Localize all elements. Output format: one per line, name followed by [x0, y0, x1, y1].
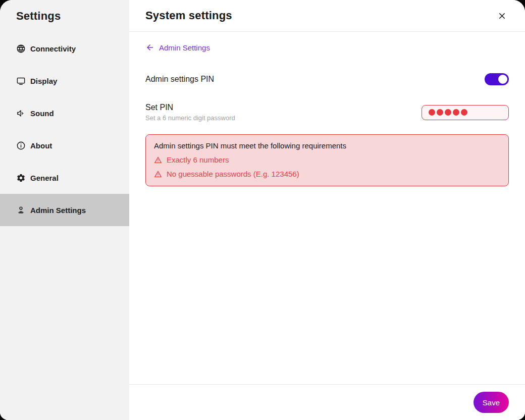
- pin-digit-dot: [453, 109, 459, 116]
- save-button[interactable]: Save: [474, 392, 509, 413]
- pin-digit-dot: [429, 109, 435, 116]
- pin-error-item: No guessable passwords (E.g. 123456): [154, 170, 500, 178]
- sidebar-item-connectivity[interactable]: Connectivity: [0, 32, 129, 65]
- set-pin-text: Set PIN Set a 6 numeric digit password: [145, 103, 235, 122]
- dialog-header: System settings: [129, 0, 525, 32]
- dialog-footer: Save: [129, 384, 525, 420]
- content-area: Admin Settings Admin settings PIN Set PI…: [129, 32, 525, 384]
- set-pin-label: Set PIN: [145, 103, 235, 112]
- pin-digit-dot: [437, 109, 443, 116]
- set-pin-row: Set PIN Set a 6 numeric digit password: [145, 103, 509, 122]
- set-pin-description: Set a 6 numeric digit password: [145, 114, 235, 122]
- pin-error-item-label: No guessable passwords (E.g. 123456): [167, 170, 299, 178]
- sound-icon: [16, 109, 26, 118]
- sidebar-item-about[interactable]: About: [0, 129, 129, 162]
- close-button[interactable]: [495, 9, 509, 23]
- pin-digit-dot: [445, 109, 451, 116]
- toggle-knob: [498, 75, 507, 84]
- pin-error-box: Admin settings PIN must meet the followi…: [145, 134, 509, 186]
- info-icon: [16, 141, 26, 150]
- pin-input[interactable]: [422, 105, 509, 120]
- back-arrow-icon: [145, 43, 154, 52]
- sidebar-item-label: Display: [30, 77, 57, 85]
- admin-pin-label: Admin settings PIN: [145, 75, 214, 84]
- display-icon: [16, 76, 26, 86]
- page-title: System settings: [145, 9, 232, 22]
- sidebar-item-display[interactable]: Display: [0, 65, 129, 97]
- pin-error-item-label: Exactly 6 numbers: [167, 155, 229, 164]
- sidebar-title: Settings: [0, 0, 129, 32]
- globe-icon: [16, 44, 26, 54]
- warning-icon: [154, 170, 162, 178]
- admin-pin-row: Admin settings PIN: [145, 72, 509, 86]
- sidebar-item-sound[interactable]: Sound: [0, 97, 129, 129]
- sidebar-item-label: About: [30, 141, 52, 150]
- admin-pin-toggle[interactable]: [485, 73, 509, 85]
- pin-error-title: Admin settings PIN must meet the followi…: [154, 141, 500, 150]
- main-panel: System settings Admin Settings Admin set…: [129, 0, 525, 420]
- sidebar-item-label: Sound: [30, 109, 54, 118]
- sidebar-item-label: Admin Settings: [30, 206, 86, 215]
- sidebar-item-label: General: [30, 174, 59, 182]
- settings-window: Settings Connectivity Display Sound Abou…: [0, 0, 525, 420]
- sidebar: Settings Connectivity Display Sound Abou…: [0, 0, 129, 420]
- back-link-label: Admin Settings: [159, 43, 210, 52]
- close-icon: [497, 11, 507, 21]
- sidebar-item-admin-settings[interactable]: Admin Settings: [0, 194, 129, 226]
- pin-error-item: Exactly 6 numbers: [154, 155, 500, 164]
- gear-icon: [16, 173, 26, 183]
- warning-icon: [154, 156, 162, 164]
- sidebar-item-general[interactable]: General: [0, 162, 129, 194]
- pin-digit-dot: [461, 109, 467, 116]
- admin-person-icon: [16, 205, 26, 215]
- back-link[interactable]: Admin Settings: [145, 43, 210, 52]
- sidebar-item-label: Connectivity: [30, 44, 76, 53]
